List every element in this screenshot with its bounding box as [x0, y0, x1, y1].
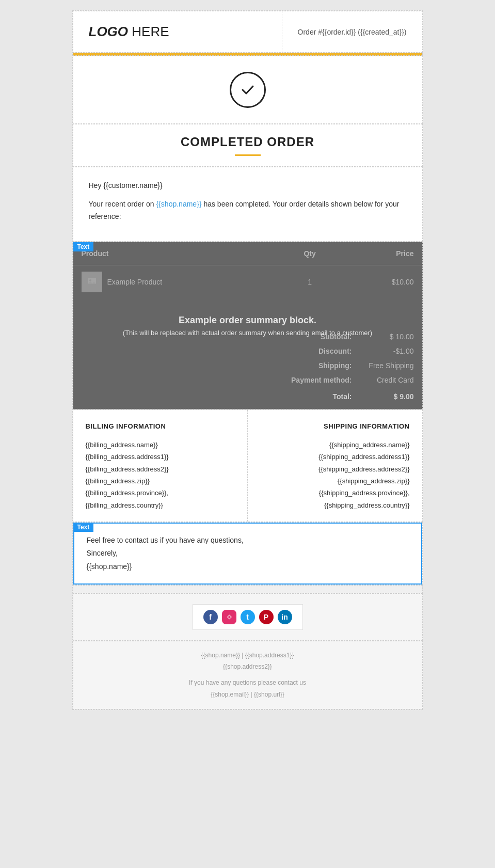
product-qty: 1: [279, 265, 340, 299]
order-table-header-row: Product Qty Price: [73, 242, 422, 265]
shipping-address1: {{shipping_address.address1}}: [260, 451, 410, 463]
spacer: [73, 585, 423, 593]
instagram-icon[interactable]: ◇: [222, 610, 236, 624]
billing-col: BILLING INFORMATION {{billing_address.na…: [73, 410, 248, 522]
pinterest-icon[interactable]: P: [259, 610, 274, 624]
logo-area: LOGO HERE: [73, 11, 282, 52]
col-product: Product: [73, 242, 280, 265]
product-name: Example Product: [107, 278, 163, 286]
footer-line1: {{shop.name}} | {{shop.address1}}: [89, 650, 407, 661]
col-price: Price: [340, 242, 422, 265]
closing-line1: Feel free to contact us if you have any …: [87, 534, 409, 547]
subtotal-row: Subtotal: $ 10.00: [73, 329, 422, 344]
shipping-zip: {{shipping_address.zip}}: [260, 475, 410, 487]
discount-label: Discount:: [280, 347, 352, 355]
order-table: Product Qty Price: [73, 242, 422, 329]
logo-bold: LOGO: [89, 24, 129, 39]
footer-block: {{shop.name}} | {{shop.address1}} {{shop…: [73, 641, 423, 709]
header-block: LOGO HERE Order #{{order.id}} ({{created…: [73, 11, 423, 53]
shipping-province: {{shipping_address.province}},: [260, 487, 410, 499]
check-block: [73, 56, 423, 124]
logo-text: LOGO HERE: [89, 24, 169, 39]
spacer-row: [73, 298, 422, 329]
title-underline: [235, 154, 261, 156]
order-text-badge: Text: [73, 242, 94, 251]
shipping-label: Shipping:: [280, 361, 352, 370]
billing-address1: {{billing_address.address1}}: [86, 451, 235, 463]
billing-name: {{billing_address.name}}: [86, 439, 235, 451]
footer-line2: {{shop.address2}}: [89, 661, 407, 673]
footer-line3: If you have any quetions please contact …: [89, 677, 407, 689]
total-label: Total:: [280, 392, 352, 401]
billing-zip: {{billing_address.zip}}: [86, 475, 235, 487]
shipping-title: SHIPPING INFORMATION: [260, 420, 410, 432]
shop-name-link: {{shop.name}}: [156, 200, 202, 208]
total-row: Total: $ 9.00: [73, 387, 422, 409]
linkedin-icon[interactable]: in: [278, 610, 292, 624]
email-container: LOGO HERE Order #{{order.id}} ({{created…: [72, 10, 423, 710]
closing-text-badge: Text: [73, 523, 94, 532]
order-info: Order #{{order.id}} ({{created_at}}): [282, 15, 422, 49]
shipping-row: Shipping: Free Shipping: [73, 358, 422, 373]
billing-province: {{billing_address.province}},: [86, 487, 235, 499]
social-block: f ◇ t P in: [73, 593, 423, 641]
page-title: COMPLETED ORDER: [89, 135, 407, 149]
total-value: $ 9.00: [362, 392, 414, 401]
product-image-placeholder: [82, 272, 102, 292]
greeting-line2: Your recent order on {{shop.name}} has b…: [89, 198, 407, 223]
closing-block: Feel free to contact us if you have any …: [73, 523, 422, 585]
title-block: COMPLETED ORDER: [73, 124, 423, 167]
check-circle-icon: [230, 72, 266, 108]
product-price: $10.00: [340, 265, 422, 299]
product-name-cell: Example Product: [82, 272, 272, 292]
discount-row: Discount: -$1.00: [73, 344, 422, 358]
order-text: Order #{{order.id}} ({{created_at}}): [298, 28, 407, 36]
payment-row: Payment method: Credit Card: [73, 373, 422, 387]
facebook-icon[interactable]: f: [203, 610, 218, 624]
order-table-section: Product Qty Price: [73, 242, 422, 409]
payment-label: Payment method:: [280, 376, 352, 384]
address-block: BILLING INFORMATION {{billing_address.na…: [73, 409, 423, 522]
order-table-body: Example Product 1 $10.00: [73, 265, 422, 330]
greeting-prefix: Your recent order on: [89, 200, 156, 208]
table-row: Example Product 1 $10.00: [73, 265, 422, 299]
shipping-value: Free Shipping: [362, 361, 414, 370]
product-cell: Example Product: [73, 265, 280, 299]
billing-address2: {{billing_address.address2}}: [86, 463, 235, 475]
subtotal-label: Subtotal:: [280, 333, 352, 341]
billing-country: {{billing_address.country}}: [86, 499, 235, 511]
order-table-head: Product Qty Price: [73, 242, 422, 265]
discount-value: -$1.00: [362, 347, 414, 355]
greeting-block: Hey {{customer.name}} Your recent order …: [73, 167, 423, 242]
shipping-name: {{shipping_address.name}}: [260, 439, 410, 451]
svg-point-1: [89, 279, 91, 281]
social-icons-container: f ◇ t P in: [193, 604, 303, 630]
logo-rest: HERE: [128, 24, 169, 39]
closing-line3: {{shop.name}}: [87, 560, 409, 573]
billing-title: BILLING INFORMATION: [86, 420, 235, 432]
closing-line2: Sincerely,: [87, 547, 409, 560]
col-qty: Qty: [279, 242, 340, 265]
shipping-col: SHIPPING INFORMATION {{shipping_address.…: [248, 410, 422, 522]
shipping-country: {{shipping_address.country}}: [260, 499, 410, 511]
greeting-line1: Hey {{customer.name}}: [89, 180, 407, 192]
subtotal-value: $ 10.00: [362, 333, 414, 341]
order-summary-block: Text Example order summary block. (This …: [73, 242, 423, 409]
shipping-address2: {{shipping_address.address2}}: [260, 463, 410, 475]
footer-line4: {{shop.email}} | {{shop.url}}: [89, 689, 407, 701]
payment-value: Credit Card: [362, 376, 414, 384]
twitter-icon[interactable]: t: [241, 610, 255, 624]
closing-wrapper: Text Feel free to contact us if you have…: [73, 522, 423, 585]
